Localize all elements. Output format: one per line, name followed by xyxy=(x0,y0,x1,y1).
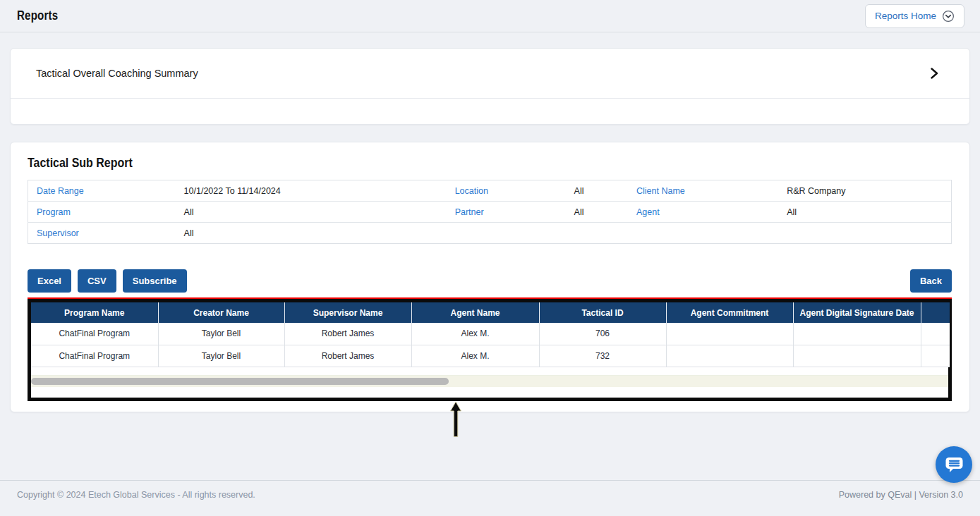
highlight-annotation-box: Program Name Creator Name Supervisor Nam… xyxy=(28,299,952,401)
filter-value-partner: All xyxy=(566,202,628,223)
cell-supervisor-name: Robert James xyxy=(284,345,411,367)
filter-value-agent: All xyxy=(778,202,951,223)
filter-value-supervisor: All xyxy=(176,223,447,244)
cell-agent-name: Alex M. xyxy=(411,323,539,345)
table-row: ChatFinal Program Taylor Bell Robert Jam… xyxy=(31,345,950,367)
col-header-supervisor-name: Supervisor Name xyxy=(284,302,411,323)
copyright-text: Copyright © 2024 Etech Global Services -… xyxy=(17,490,255,516)
col-header-tactical-id: Tactical ID xyxy=(539,302,666,323)
footer: Copyright © 2024 Etech Global Services -… xyxy=(0,480,980,516)
reports-home-label: Reports Home xyxy=(875,11,936,21)
sub-report-title: Tactical Sub Report xyxy=(28,155,133,171)
results-table-region: Program Name Creator Name Supervisor Nam… xyxy=(28,299,952,401)
cell-tactical-id: 732 xyxy=(539,345,666,367)
filter-row: Program All Partner All Agent All xyxy=(28,202,952,223)
col-header-agent-commitment: Agent Commitment xyxy=(666,302,793,323)
cell-extra xyxy=(921,345,950,367)
col-header-extra xyxy=(921,302,950,323)
cell-agent-commitment xyxy=(666,323,793,345)
subscribe-button[interactable]: Subscribe xyxy=(123,269,187,293)
top-bar: Reports Reports Home xyxy=(0,0,980,32)
empty-table-space xyxy=(31,367,948,376)
cell-agent-commitment xyxy=(666,345,793,367)
cell-tactical-id: 706 xyxy=(539,323,666,345)
cell-creator-name: Taylor Bell xyxy=(158,345,284,367)
csv-button[interactable]: CSV xyxy=(78,269,116,293)
filter-label-client-name[interactable]: Client Name xyxy=(628,180,778,202)
reports-page: Reports Reports Home Tactical Overall Co… xyxy=(0,0,980,516)
table-row: ChatFinal Program Taylor Bell Robert Jam… xyxy=(31,323,950,345)
col-header-agent-name: Agent Name xyxy=(411,302,539,323)
filter-row: Date Range 10/1/2022 To 11/14/2024 Locat… xyxy=(28,180,952,202)
back-button[interactable]: Back xyxy=(910,269,952,293)
col-header-agent-digital-signature-date: Agent Digital Signature Date xyxy=(793,302,921,323)
filter-label-date-range[interactable]: Date Range xyxy=(28,180,176,202)
summary-card-header[interactable]: Tactical Overall Coaching Summary xyxy=(11,49,969,98)
cell-program-name: ChatFinal Program xyxy=(31,323,158,345)
chat-button[interactable] xyxy=(936,446,972,483)
col-header-program-name: Program Name xyxy=(31,302,158,323)
col-header-creator-name: Creator Name xyxy=(158,302,284,323)
horizontal-scrollbar[interactable] xyxy=(31,376,948,387)
filter-label-agent[interactable]: Agent xyxy=(628,202,778,223)
summary-card: Tactical Overall Coaching Summary xyxy=(10,48,970,125)
page-title: Reports xyxy=(17,8,58,23)
filter-label-program[interactable]: Program xyxy=(28,202,176,223)
horizontal-scrollbar-thumb[interactable] xyxy=(31,378,449,385)
results-header-row: Program Name Creator Name Supervisor Nam… xyxy=(31,302,950,323)
cell-program-name: ChatFinal Program xyxy=(31,345,158,367)
excel-button[interactable]: Excel xyxy=(28,269,71,293)
chevron-right-icon xyxy=(931,68,938,79)
summary-card-body xyxy=(11,99,969,124)
arrow-up-icon xyxy=(449,401,462,438)
powered-by-text: Powered by QEval | Version 3.0 xyxy=(839,490,963,516)
sub-report-card: Tactical Sub Report Date Range 10/1/2022… xyxy=(10,142,970,412)
chat-bubble-icon xyxy=(945,456,964,474)
filter-summary-table: Date Range 10/1/2022 To 11/14/2024 Locat… xyxy=(28,180,952,244)
cell-extra xyxy=(921,323,950,345)
filter-value-location: All xyxy=(566,180,628,202)
filter-label-supervisor[interactable]: Supervisor xyxy=(28,223,176,244)
filter-value-client-name: R&R Company xyxy=(778,180,951,202)
cell-agent-name: Alex M. xyxy=(411,345,539,367)
results-table: Program Name Creator Name Supervisor Nam… xyxy=(31,302,950,367)
cell-creator-name: Taylor Bell xyxy=(158,323,284,345)
cell-supervisor-name: Robert James xyxy=(284,323,411,345)
actions-row: Excel CSV Subscribe Back xyxy=(28,269,952,293)
table-bottom-strip xyxy=(31,387,948,398)
cell-agent-digital-signature-date xyxy=(793,323,921,345)
filter-label-location[interactable]: Location xyxy=(447,180,566,202)
filter-value-date-range: 10/1/2022 To 11/14/2024 xyxy=(176,180,447,202)
export-buttons: Excel CSV Subscribe xyxy=(28,269,187,293)
filter-row: Supervisor All xyxy=(28,223,952,244)
filter-label-partner[interactable]: Partner xyxy=(447,202,566,223)
chevron-down-circle-icon xyxy=(942,10,955,23)
summary-card-title: Tactical Overall Coaching Summary xyxy=(36,68,198,79)
reports-home-button[interactable]: Reports Home xyxy=(865,4,964,28)
cell-agent-digital-signature-date xyxy=(793,345,921,367)
filter-value-program: All xyxy=(176,202,447,223)
